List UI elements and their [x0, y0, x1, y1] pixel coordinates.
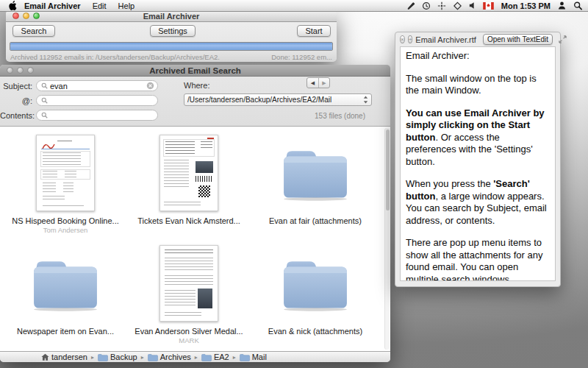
- preview-window: × + Email Archiver.rtf Open with TextEdi…: [395, 32, 561, 287]
- flag-canada-icon[interactable]: [483, 2, 494, 10]
- scrollbar[interactable]: [384, 128, 390, 350]
- preview-titlebar[interactable]: × + Email Archiver.rtf Open with TextEdi…: [395, 32, 560, 46]
- file-item[interactable]: Evan Anderson Silver Medal...MARK: [131, 241, 247, 351]
- crosshair-icon[interactable]: [437, 1, 446, 10]
- path-segment-label: tandersen: [51, 353, 87, 361]
- document-text: Email Archiver:The small window on the t…: [406, 50, 550, 281]
- time-machine-icon[interactable]: [422, 1, 431, 10]
- archive-status-text: Archived 112952 emails in: /Users/tander…: [10, 53, 220, 61]
- menu-bar-right: Mon 1:53 PM: [407, 1, 588, 10]
- add-icon[interactable]: +: [408, 35, 413, 43]
- menu-item-edit[interactable]: Edit: [93, 1, 107, 10]
- done-status-text: Done: 112952 em...: [271, 53, 332, 61]
- document-paragraph: There are pop up menu items to show all …: [406, 237, 550, 281]
- search-button[interactable]: Search: [12, 25, 55, 37]
- home-icon: [41, 353, 49, 361]
- file-item[interactable]: Tickets Evan Nick Amsterd...: [131, 131, 247, 241]
- preview-content: Email Archiver:The small window on the t…: [400, 46, 556, 281]
- file-item[interactable]: Evan at fair (attachments): [247, 131, 384, 241]
- file-name: Newspaper item on Evan...: [17, 327, 114, 336]
- close-button[interactable]: [7, 67, 13, 74]
- path-segment-tandersen[interactable]: tandersen: [41, 353, 87, 361]
- menu-clock[interactable]: Mon 1:53 PM: [501, 1, 551, 10]
- results-area: NS Hispeed Booking Online...Tom Andersen…: [0, 127, 390, 351]
- clear-icon[interactable]: [146, 82, 154, 90]
- contents-field[interactable]: [36, 110, 158, 121]
- close-button[interactable]: [12, 13, 19, 19]
- subject-field[interactable]: [36, 80, 158, 91]
- subject-input[interactable]: [50, 82, 146, 91]
- folder-icon: [98, 353, 108, 361]
- minimize-button[interactable]: [23, 13, 29, 19]
- address-field[interactable]: [36, 95, 158, 106]
- path-segment-backup[interactable]: Backup: [98, 353, 137, 361]
- open-with-textedit-button[interactable]: Open with TextEdit: [483, 34, 553, 45]
- document-paragraph: The small window on the top is the main …: [406, 73, 550, 97]
- close-icon[interactable]: ×: [400, 35, 405, 43]
- search-form: Subject: @: Contents: Where: /Users/tand…: [0, 77, 390, 127]
- file-sender: MARK: [179, 336, 198, 344]
- path-segment-ea2[interactable]: EA2: [201, 353, 229, 361]
- document-paragraph: When you press the 'Search' button, a la…: [406, 178, 550, 227]
- subject-label: Subject:: [0, 82, 32, 91]
- path-segment-label: Mail: [252, 353, 267, 361]
- preview-title: Email Archiver.rtf: [415, 35, 476, 44]
- spotlight-icon[interactable]: [573, 1, 582, 10]
- file-item[interactable]: Evan & nick (attachments): [247, 241, 384, 351]
- search-window-title: Archived Email Search: [0, 66, 390, 75]
- file-name: Evan & nick (attachments): [268, 327, 362, 336]
- contents-label: Contents:: [0, 111, 32, 120]
- file-name: NS Hispeed Booking Online...: [12, 216, 119, 225]
- history-nav: ◀ ▶: [306, 77, 330, 88]
- path-segment-archives[interactable]: Archives: [148, 353, 191, 361]
- document-thumbnail[interactable]: [159, 241, 218, 325]
- file-sender: Tom Andersen: [43, 226, 88, 234]
- file-name: Evan at fair (attachments): [269, 216, 362, 225]
- forward-button[interactable]: ▶: [318, 78, 329, 88]
- search-icon: [41, 82, 48, 89]
- folder-icon[interactable]: [24, 241, 107, 325]
- email-archiver-window: Email Archiver Search Settings Start Arc…: [6, 10, 337, 62]
- minimize-button[interactable]: [17, 67, 24, 74]
- where-dropdown[interactable]: /Users/tandersen/Backup/Archives/EA2/Mai…: [184, 93, 372, 106]
- apple-menu-icon[interactable]: [9, 1, 17, 10]
- volume-icon[interactable]: [469, 1, 476, 10]
- document-paragraph: You can use Email Archiver by simply cli…: [406, 107, 550, 169]
- settings-button[interactable]: Settings: [150, 25, 196, 37]
- address-label: @:: [0, 96, 32, 105]
- file-item[interactable]: NS Hispeed Booking Online...Tom Andersen: [0, 131, 131, 241]
- menu-item-help[interactable]: Help: [118, 1, 135, 10]
- file-grid: NS Hispeed Booking Online...Tom Andersen…: [0, 127, 390, 351]
- start-button[interactable]: Start: [297, 25, 331, 37]
- zoom-button[interactable]: [27, 67, 34, 74]
- pen-icon[interactable]: [407, 1, 415, 10]
- folder-icon: [240, 353, 250, 361]
- document-thumbnail[interactable]: [36, 131, 95, 215]
- folder-icon[interactable]: [274, 241, 356, 325]
- main-window-title: Email Archiver: [6, 12, 337, 21]
- fullscreen-icon[interactable]: [559, 35, 567, 43]
- where-value: /Users/tandersen/Backup/Archives/EA2/Mai…: [187, 96, 363, 104]
- user-icon[interactable]: [558, 1, 566, 10]
- back-button[interactable]: ◀: [307, 78, 318, 88]
- document-thumbnail[interactable]: [159, 131, 218, 215]
- address-input[interactable]: [50, 96, 154, 105]
- file-item[interactable]: Newspaper item on Evan...: [0, 241, 131, 351]
- progress-fill: [10, 43, 332, 50]
- path-separator: ▸: [91, 354, 94, 361]
- diamond-icon[interactable]: [453, 1, 462, 10]
- main-window-titlebar[interactable]: Email Archiver: [6, 10, 337, 22]
- menu-item-email-archiver[interactable]: Email Archiver: [24, 1, 81, 10]
- path-segment-label: Backup: [110, 353, 137, 361]
- contents-input[interactable]: [50, 111, 154, 120]
- main-window-content: Search Settings Start Archived 112952 em…: [6, 22, 337, 61]
- path-segment-label: EA2: [214, 353, 229, 361]
- menu-status-icons: [407, 1, 494, 10]
- folder-icon[interactable]: [274, 131, 356, 215]
- scrollbar-thumb[interactable]: [386, 130, 390, 210]
- path-separator: ▸: [233, 354, 236, 361]
- search-window-titlebar[interactable]: Archived Email Search: [0, 65, 390, 77]
- path-segment-mail[interactable]: Mail: [240, 353, 267, 361]
- path-separator: ▸: [141, 354, 144, 361]
- zoom-button[interactable]: [33, 13, 40, 19]
